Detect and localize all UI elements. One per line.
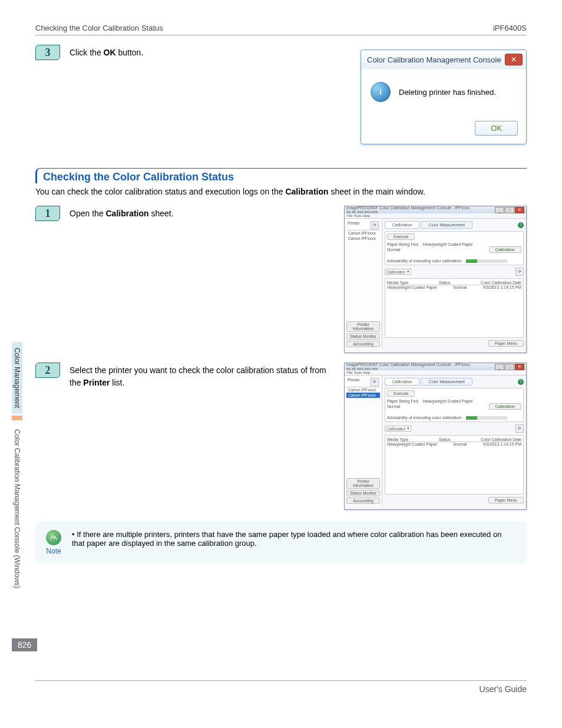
list-item[interactable]: Canon iPFxxxx [346, 387, 380, 393]
window-controls[interactable]: _□✕ [495, 364, 524, 370]
help-icon[interactable]: ? [518, 379, 524, 385]
step-2-badge: 2 [35, 363, 60, 378]
calibration-button[interactable]: Calibration [489, 246, 521, 253]
step-2-text: Select the printer you want to check the… [70, 363, 337, 389]
execute-button[interactable]: Execute [387, 233, 415, 240]
status-monitor-button[interactable]: Status Monitor [346, 333, 380, 340]
side-tabs: Color Management Color Calibration Manag… [12, 342, 22, 595]
close-icon: ✕ [515, 207, 524, 213]
section-heading: Checking the Color Calibration Status [43, 171, 527, 183]
ok-button[interactable]: OK [475, 121, 518, 136]
chevron-down-icon: ▾ [407, 269, 409, 274]
app-screenshot-2: imagePROGRAF Color Calibration Managemen… [344, 363, 527, 510]
page-footer: User's Guide [35, 680, 527, 694]
calibrated-dropdown[interactable]: Calibrated▾ [385, 269, 411, 275]
list-item[interactable]: Canon iPFxxxx [346, 236, 380, 241]
printer-list[interactable]: Printer⟳ Canon iPFxxxx Canon iPFxxxx [345, 375, 382, 476]
printer-list[interactable]: Printer⟳ Canon iPFxxxx Canon iPFxxxx [345, 219, 382, 319]
side-tab-console: Color Calibration Management Console (Wi… [12, 422, 22, 595]
maximize-icon: □ [505, 207, 514, 213]
minimize-icon: _ [495, 207, 504, 213]
refresh-icon[interactable]: ⟳ [371, 378, 379, 386]
step-3-badge: 3 [35, 45, 60, 60]
side-tab-marker [12, 416, 22, 420]
chevron-down-icon: ▾ [407, 426, 409, 431]
section-lede: You can check the color calibration stat… [35, 187, 527, 196]
tab-color-measurement[interactable]: Color Measurement [421, 221, 472, 229]
printer-info-button[interactable]: Printer Information [346, 321, 380, 332]
help-icon[interactable]: ? [518, 222, 524, 228]
minimize-icon: _ [495, 364, 504, 370]
tab-color-measurement[interactable]: Color Measurement [421, 378, 472, 386]
header-right: iPF6400S [493, 24, 527, 32]
refresh-icon[interactable]: ⟳ [515, 424, 524, 433]
table-row[interactable]: Heavyweight Coated Paper Normal 9/3/2013… [387, 285, 521, 289]
refresh-icon[interactable]: ⟳ [515, 268, 524, 276]
maximize-icon: □ [505, 364, 514, 370]
page-number: 826 [12, 638, 37, 651]
step-1-badge: 1 [35, 206, 60, 221]
page-header: Checking the Color Calibration Status iP… [35, 24, 527, 35]
footer-text: User's Guide [480, 684, 527, 694]
dialog-message: Deleting printer has finished. [399, 88, 496, 97]
tab-calibration[interactable]: Calibration [385, 378, 419, 386]
advisability-bar [466, 259, 507, 263]
paper-menu-button[interactable]: Paper Menu [488, 497, 524, 503]
dialog-title: Color Calibration Management Console [367, 55, 501, 64]
header-left: Checking the Color Calibration Status [35, 24, 163, 32]
calibrated-dropdown[interactable]: Calibrated▾ [385, 426, 411, 431]
accounting-button[interactable]: Accounting [346, 341, 380, 347]
info-icon: i [371, 82, 391, 102]
execute-button[interactable]: Execute [387, 390, 415, 397]
tab-calibration[interactable]: Calibration [385, 221, 419, 229]
close-icon: ✕ [515, 364, 524, 370]
accounting-button[interactable]: Accounting [346, 498, 380, 504]
list-item-selected[interactable]: Canon iPFxxxx [346, 393, 380, 398]
app-title: imagePROGRAF Color Calibration Managemen… [346, 206, 495, 214]
status-monitor-button[interactable]: Status Monitor [346, 490, 380, 496]
calibration-button[interactable]: Calibration [489, 403, 521, 410]
app-title: imagePROGRAF Color Calibration Managemen… [346, 363, 495, 371]
advisability-bar [466, 416, 507, 420]
printer-info-button[interactable]: Printer Information [346, 478, 380, 489]
close-icon[interactable]: ✕ [505, 54, 523, 65]
delete-printer-dialog: Color Calibration Management Console ✕ i… [361, 50, 527, 144]
window-controls[interactable]: _□✕ [495, 207, 524, 213]
note-label: Note [46, 547, 61, 555]
menu-bar[interactable]: File Tools Help [345, 370, 526, 375]
step-3-text: Click the OK button. [70, 45, 353, 59]
side-tab-color-management: Color Management [12, 342, 22, 414]
table-row[interactable]: Heavyweight Coated Paper Normal 9/3/2013… [387, 442, 521, 446]
note-text: • If there are multiple printers, printe… [72, 530, 516, 548]
step-1-text: Open the Calibration sheet. [70, 206, 337, 220]
list-item[interactable]: Canon iPFxxxx [346, 230, 380, 236]
refresh-icon[interactable]: ⟳ [371, 221, 379, 229]
note-box: Note • If there are multiple printers, p… [35, 522, 527, 564]
section-heading-wrap: Checking the Color Calibration Status [35, 168, 527, 183]
paper-menu-button[interactable]: Paper Menu [488, 340, 524, 347]
note-icon [46, 530, 61, 545]
menu-bar[interactable]: File Tools Help [345, 213, 526, 219]
app-screenshot-1: imagePROGRAF Color Calibration Managemen… [344, 206, 527, 353]
